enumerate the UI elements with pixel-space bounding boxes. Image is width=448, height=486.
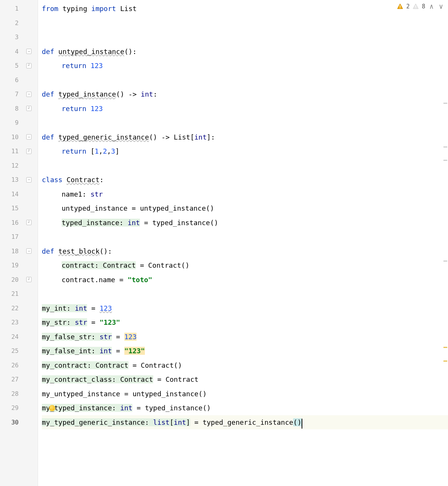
marker-warning[interactable]: [443, 347, 447, 348]
text-caret: [302, 419, 302, 429]
marker-weak[interactable]: [443, 103, 447, 104]
fold-close-icon[interactable]: ┘: [26, 106, 32, 111]
marker-weak[interactable]: [443, 146, 447, 148]
fold-close-icon[interactable]: ┘: [26, 63, 32, 68]
marker-weak[interactable]: [443, 160, 447, 161]
fold-close-icon[interactable]: ┘: [26, 149, 32, 154]
code-editor[interactable]: 1 2 3 4− 5┘ 6 7− 8┘ 9 10− 11┘ 12 13− 14 …: [0, 0, 448, 486]
fold-open-icon[interactable]: −: [26, 92, 32, 97]
fold-open-icon[interactable]: −: [26, 177, 32, 183]
marker-weak[interactable]: [443, 260, 447, 262]
error-stripe[interactable]: [443, 0, 448, 486]
fold-close-icon[interactable]: ┘: [26, 220, 32, 225]
fold-open-icon[interactable]: −: [26, 248, 32, 254]
line-number: 1: [0, 2, 35, 16]
code-line: from typing import List: [42, 2, 448, 16]
fold-open-icon[interactable]: −: [26, 49, 32, 54]
code-area[interactable]: 2 8 ∧ ∨ from typing import List def unty…: [38, 0, 448, 486]
line-number-gutter: 1 2 3 4− 5┘ 6 7− 8┘ 9 10− 11┘ 12 13− 14 …: [0, 0, 38, 486]
marker-warning[interactable]: [443, 361, 447, 362]
intention-bulb-icon[interactable]: [49, 405, 55, 411]
fold-close-icon[interactable]: ┘: [26, 277, 32, 282]
fold-open-icon[interactable]: −: [26, 134, 32, 140]
